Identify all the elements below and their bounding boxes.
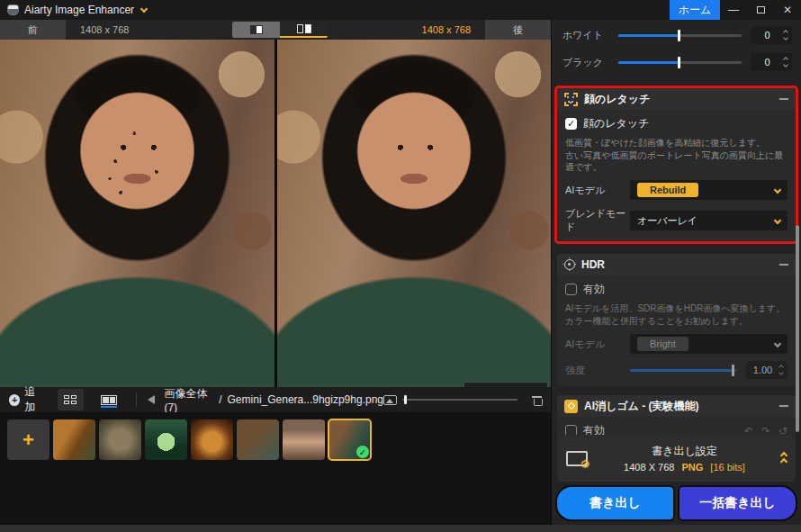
breadcrumb-separator: / (219, 393, 221, 406)
home-button[interactable]: ホーム (670, 0, 720, 20)
export-settings-bar[interactable]: ⚙ 書き出し設定 1408 X 768 PNG [16 bits] (557, 435, 796, 482)
side-by-side-icon (297, 24, 311, 33)
app-title: Aiarty Image Enhancer (24, 4, 134, 16)
gear-icon: ⚙ (580, 458, 590, 470)
back-arrow-icon[interactable] (148, 395, 155, 404)
face-retouch-header[interactable]: 顔のレタッチ (557, 88, 796, 110)
export-expand-chevrons-icon[interactable] (781, 453, 787, 464)
after-tab[interactable]: 後 (485, 20, 551, 40)
hdr-strength-label: 強度 (565, 364, 630, 377)
thumbnail-butterfly[interactable] (99, 419, 141, 460)
grid-view-button[interactable] (58, 389, 84, 410)
eraser-header[interactable]: AI消しゴム - (実験機能) (557, 395, 796, 417)
breadcrumb: 画像全体 (7) / Gemini_Genera...9hgizp9hg.png (164, 386, 383, 414)
white-adjust-row: ホワイト 0 (552, 22, 801, 49)
window-resize-strip (0, 525, 801, 532)
title-bar: Aiarty Image Enhancer ホーム — ✕ (0, 0, 801, 20)
hdr-strength-row: 強度 1.00 (565, 361, 788, 379)
before-image-pane[interactable] (0, 40, 274, 387)
thumbnail-terrarium[interactable] (145, 419, 187, 460)
after-image-pane[interactable] (277, 40, 551, 387)
before-tab[interactable]: 前 (0, 20, 66, 40)
batch-export-button[interactable]: 一括書き出し (678, 485, 797, 521)
hdr-section: HDR 有効 AIモデルを活用、SDR画像をHDR画像へ変換します。 カラー機能… (557, 254, 796, 386)
export-settings-line: 1408 X 768 PNG [16 bits] (588, 462, 781, 473)
white-slider-fill (618, 34, 678, 37)
face-enable-label: 顔のレタッチ (583, 116, 649, 131)
hdr-enable-label: 有効 (583, 282, 605, 297)
minimize-button[interactable]: — (720, 0, 747, 20)
hdr-enable-row: 有効 (565, 282, 788, 297)
thumbnail-girl-portrait[interactable] (283, 419, 325, 460)
app-menu-chevron-down-icon[interactable] (140, 5, 148, 12)
face-collapse-icon[interactable] (779, 98, 788, 100)
grid-view-icon (64, 395, 76, 404)
black-value-box[interactable]: 0 (751, 53, 792, 71)
selected-check-icon: ✓ (356, 446, 369, 458)
export-button[interactable]: 書き出し (555, 485, 675, 521)
eraser-collapse-icon[interactable] (779, 405, 788, 407)
thumbnail-tiger[interactable] (53, 419, 95, 460)
face-retouch-card: 顔のレタッチ 低画質・ぼやけた顔画像を高精細に復元します。 古い写真や低画質のポ… (557, 110, 796, 241)
black-value: 0 (751, 57, 784, 68)
filmstrip-view-icon (101, 395, 117, 405)
thumbnail-size-icon (383, 395, 397, 405)
after-size-label: 1408 x 768 (422, 24, 471, 35)
white-value: 0 (751, 30, 784, 41)
face-retouch-title: 顔のレタッチ (584, 92, 773, 107)
black-slider-handle[interactable] (678, 57, 680, 68)
before-size-label: 1408 x 768 (80, 24, 129, 35)
face-ai-model-value: Rebuild (637, 183, 698, 197)
face-blend-label: ブレンドモード (565, 207, 630, 234)
hdr-spinner-up-icon (778, 365, 784, 370)
hdr-strength-fill (630, 369, 732, 372)
face-ai-model-dropdown[interactable]: Rebuild (630, 180, 788, 200)
face-description-2: 古い写真や低画質のポートレート写真の画質向上に最適です。 (565, 149, 788, 173)
hdr-header[interactable]: HDR (557, 254, 796, 275)
black-spinner-up-icon[interactable] (783, 57, 788, 62)
face-enable-checkbox[interactable] (565, 118, 577, 130)
filmstrip-view-button[interactable] (96, 389, 122, 410)
maximize-button[interactable] (747, 0, 774, 20)
thumbnail-row: + ✓ (0, 412, 551, 460)
image-compare-area: ↺ リフレッシュ 100% (0, 40, 551, 387)
close-button[interactable]: ✕ (774, 0, 801, 20)
hdr-title: HDR (581, 258, 773, 271)
trash-icon[interactable] (532, 394, 542, 405)
side-by-side-view-button[interactable] (280, 22, 328, 38)
view-mode-toggle (232, 22, 328, 38)
white-spinner-up-icon[interactable] (783, 30, 788, 35)
export-settings-info: 書き出し設定 1408 X 768 PNG [16 bits] (588, 444, 781, 473)
chevron-up-icon-2 (780, 457, 788, 464)
hdr-ai-model-row: AIモデル Bright (565, 334, 788, 354)
thumbnail-dog-artwork[interactable] (237, 419, 279, 460)
compare-header: 前 1408 x 768 1408 x 768 後 (0, 20, 551, 40)
thumbnail-burger[interactable] (191, 419, 233, 460)
black-spinner-down-icon[interactable] (783, 62, 788, 68)
white-slider[interactable] (618, 34, 742, 37)
black-slider[interactable] (618, 61, 742, 64)
hdr-description-2: カラー機能と併用することをお勧めします。 (565, 315, 788, 327)
panel-scrollbar[interactable] (796, 225, 799, 432)
settings-panel: ホワイト 0 ブラック 0 顔のレ (551, 20, 801, 525)
white-slider-handle[interactable] (678, 30, 680, 41)
hdr-icon (564, 259, 575, 270)
thumbnail-size-slider[interactable] (402, 399, 518, 401)
thumbnail-woman-selected[interactable]: ✓ (328, 419, 371, 460)
before-image (0, 40, 274, 387)
hdr-enable-checkbox[interactable] (565, 284, 577, 295)
white-value-box[interactable]: 0 (751, 26, 792, 44)
add-image-button[interactable]: + 追加 (9, 384, 45, 415)
eraser-title: AI消しゴム - (実験機能) (584, 399, 773, 414)
export-bit-depth: [16 bits] (710, 462, 745, 473)
split-view-button[interactable] (232, 22, 280, 38)
face-blend-dropdown[interactable]: オーバーレイ (630, 211, 788, 230)
white-spinner-down-icon[interactable] (783, 35, 788, 41)
thumbnail-size-handle[interactable] (404, 395, 407, 404)
breadcrumb-scope[interactable]: 画像全体 (7) (164, 386, 213, 414)
hdr-collapse-icon[interactable] (779, 264, 788, 266)
face-description-1: 低画質・ぼやけた顔画像を高精細に復元します。 (565, 137, 788, 149)
hdr-strength-slider (630, 369, 737, 372)
face-retouch-section: 顔のレタッチ 顔のレタッチ 低画質・ぼやけた顔画像を高精細に復元します。 古い写… (557, 88, 796, 241)
add-thumbnail-tile[interactable]: + (7, 419, 50, 460)
